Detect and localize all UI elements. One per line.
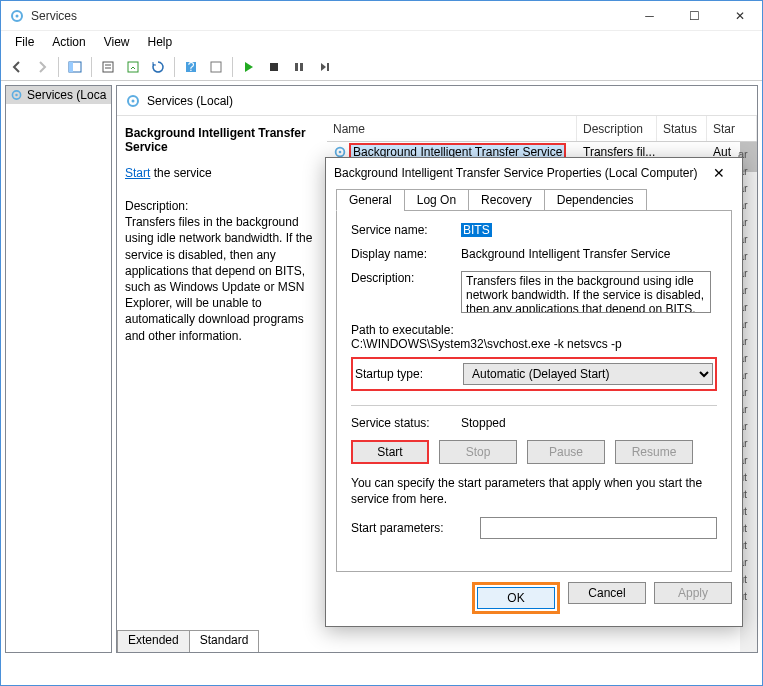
tab-dependencies[interactable]: Dependencies	[544, 189, 647, 211]
tree-root[interactable]: Services (Local)	[6, 86, 111, 104]
service-status-value: Stopped	[461, 416, 717, 430]
window-title: Services	[31, 9, 627, 23]
menu-file[interactable]: File	[7, 33, 42, 51]
path-label: Path to executable:	[351, 323, 717, 337]
description-textarea[interactable]	[461, 271, 711, 313]
start-service-suffix: the service	[150, 166, 211, 180]
export-button[interactable]	[121, 55, 145, 79]
tab-extended[interactable]: Extended	[117, 630, 190, 652]
display-name-label: Display name:	[351, 247, 461, 261]
display-name-value: Background Intelligent Transfer Service	[461, 247, 717, 261]
start-params-hint: You can specify the start parameters tha…	[351, 476, 717, 507]
svg-point-18	[132, 99, 135, 102]
dialog-tabs: General Log On Recovery Dependencies	[326, 188, 742, 210]
svg-rect-14	[327, 63, 329, 71]
tab-recovery[interactable]: Recovery	[468, 189, 545, 211]
detail-action-row: Start the service	[125, 166, 319, 180]
service-status-label: Service status:	[351, 416, 461, 430]
back-button[interactable]	[5, 55, 29, 79]
service-name-value[interactable]: BITS	[461, 223, 492, 237]
detail-description: Description: Transfers files in the back…	[125, 198, 319, 344]
close-button[interactable]: ✕	[717, 1, 762, 30]
properties-button[interactable]	[96, 55, 120, 79]
detail-title: Background Intelligent Transfer Service	[125, 126, 319, 154]
svg-rect-12	[295, 63, 298, 71]
detail-desc-label: Description:	[125, 198, 319, 214]
startup-type-label: Startup type:	[355, 367, 463, 381]
col-desc[interactable]: Description	[577, 116, 657, 141]
list-header: Name Description Status Star	[327, 116, 757, 142]
col-name[interactable]: Name	[327, 116, 577, 141]
toolbar-sep	[91, 57, 92, 77]
col-startup[interactable]: Star	[707, 116, 757, 141]
svg-rect-4	[103, 62, 113, 72]
start-params-label: Start parameters:	[351, 521, 480, 535]
toolbar: ?	[1, 53, 762, 81]
svg-point-20	[339, 151, 342, 154]
main-header: Services (Local)	[117, 86, 757, 116]
pause-button[interactable]	[287, 55, 311, 79]
tab-standard[interactable]: Standard	[189, 630, 260, 652]
gear-icon	[125, 93, 141, 109]
services-icon	[9, 8, 25, 24]
detail-desc-text: Transfers files in the background using …	[125, 214, 319, 344]
window-titlebar: Services ─ ☐ ✕	[1, 1, 762, 31]
menu-action[interactable]: Action	[44, 33, 93, 51]
svg-point-1	[16, 14, 19, 17]
detail-pane: Background Intelligent Transfer Service …	[117, 116, 327, 652]
svg-rect-3	[69, 62, 73, 72]
col-status[interactable]: Status	[657, 116, 707, 141]
ok-button[interactable]: OK	[477, 587, 555, 609]
cancel-button[interactable]: Cancel	[568, 582, 646, 604]
resume-button: Resume	[615, 440, 693, 464]
tree-pane[interactable]: Services (Local)	[5, 85, 112, 653]
properties-dialog: Background Intelligent Transfer Service …	[325, 157, 743, 627]
service-name-label: Service name:	[351, 223, 461, 237]
toolbar-sep	[232, 57, 233, 77]
main-header-title: Services (Local)	[147, 94, 233, 108]
svg-point-16	[15, 94, 17, 96]
dialog-title: Background Intelligent Transfer Service …	[334, 166, 704, 180]
divider	[351, 405, 717, 406]
tab-general[interactable]: General	[336, 189, 405, 211]
startup-type-select[interactable]: Automatic (Delayed Start)	[463, 363, 713, 385]
pause-button: Pause	[527, 440, 605, 464]
apply-button: Apply	[654, 582, 732, 604]
toolbar-sep	[58, 57, 59, 77]
start-service-link[interactable]: Start	[125, 166, 150, 180]
dialog-titlebar[interactable]: Background Intelligent Transfer Service …	[326, 158, 742, 188]
stop-button[interactable]	[262, 55, 286, 79]
show-hide-tree-button[interactable]	[63, 55, 87, 79]
view-tabs: Extended Standard	[117, 630, 258, 652]
help2-button[interactable]	[204, 55, 228, 79]
ok-highlight: OK	[472, 582, 560, 614]
gear-icon	[10, 88, 23, 102]
menu-bar: File Action View Help	[1, 31, 762, 53]
svg-text:?: ?	[188, 60, 195, 74]
start-params-input[interactable]	[480, 517, 717, 539]
play-button[interactable]	[237, 55, 261, 79]
minimize-button[interactable]: ─	[627, 1, 672, 30]
start-button[interactable]: Start	[351, 440, 429, 464]
stop-button: Stop	[439, 440, 517, 464]
toolbar-sep	[174, 57, 175, 77]
help-button[interactable]: ?	[179, 55, 203, 79]
tab-logon[interactable]: Log On	[404, 189, 469, 211]
service-control-buttons: Start Stop Pause Resume	[351, 440, 717, 464]
path-value: C:\WINDOWS\System32\svchost.exe -k netsv…	[351, 337, 717, 351]
dialog-footer: OK Cancel Apply	[326, 582, 742, 626]
menu-view[interactable]: View	[96, 33, 138, 51]
tree-root-label: Services (Local)	[27, 88, 107, 102]
dialog-close-button[interactable]: ✕	[704, 165, 734, 181]
restart-button[interactable]	[312, 55, 336, 79]
forward-button[interactable]	[30, 55, 54, 79]
dialog-body: Service name: BITS Display name: Backgro…	[336, 210, 732, 572]
refresh-button[interactable]	[146, 55, 170, 79]
svg-rect-13	[300, 63, 303, 71]
startup-type-row: Startup type: Automatic (Delayed Start)	[351, 357, 717, 391]
svg-rect-10	[211, 62, 221, 72]
svg-rect-11	[270, 63, 278, 71]
description-label: Description:	[351, 271, 461, 313]
menu-help[interactable]: Help	[140, 33, 181, 51]
maximize-button[interactable]: ☐	[672, 1, 717, 30]
